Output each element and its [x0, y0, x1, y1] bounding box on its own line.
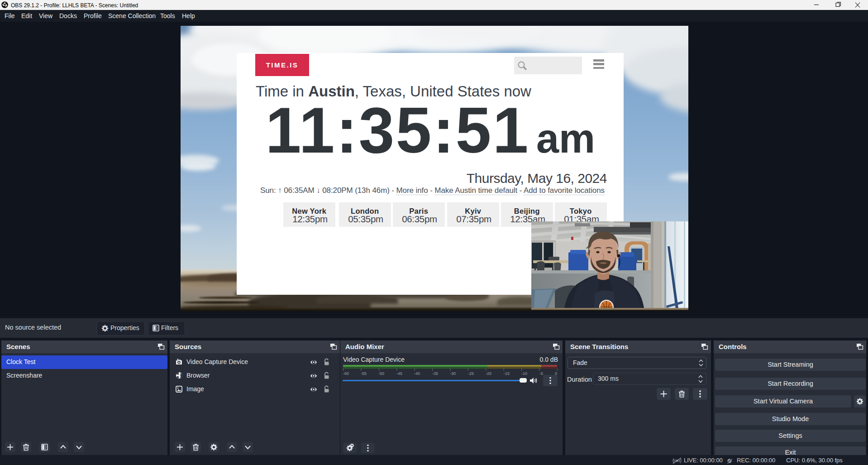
- svg-text:-15: -15: [504, 371, 510, 376]
- svg-text:-45: -45: [396, 371, 402, 376]
- svg-text:-25: -25: [468, 371, 474, 376]
- svg-text:-20: -20: [486, 371, 491, 376]
- svg-text:-50: -50: [378, 371, 384, 376]
- svg-text:-60: -60: [343, 371, 349, 376]
- svg-text:-30: -30: [450, 371, 456, 376]
- svg-text:-40: -40: [414, 371, 420, 376]
- svg-text:-55: -55: [361, 371, 367, 376]
- svg-text:-5: -5: [539, 371, 543, 376]
- svg-text:-35: -35: [432, 371, 438, 376]
- svg-text:-10: -10: [521, 371, 527, 376]
